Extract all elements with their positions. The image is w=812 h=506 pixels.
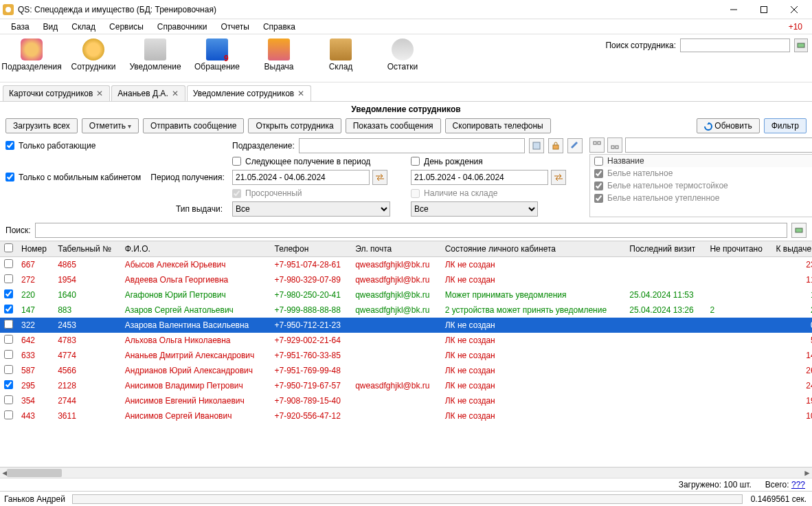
menu-directories[interactable]: Справочники (150, 21, 214, 33)
filter-button[interactable]: Фильтр (764, 118, 807, 133)
table-row[interactable]: 5874566Андрианов Юрий Александрович+7-95… (0, 363, 812, 378)
copy-phones-button[interactable]: Скопировать телефоны (445, 118, 551, 133)
column-header[interactable]: Табельный № (54, 241, 121, 257)
horizontal-scrollbar[interactable]: ◄ ► (0, 467, 812, 478)
category-item[interactable]: Белье нательное (590, 167, 812, 179)
only-mobile-checkbox[interactable]: Только с мобильным кабинетомПериод получ… (5, 173, 225, 182)
filters-panel: Только работающие Подразделение: Названи… (0, 135, 812, 220)
mark-button[interactable]: Отметить (82, 118, 139, 133)
menu-view[interactable]: Вид (36, 21, 65, 33)
close-icon[interactable]: ✕ (95, 89, 104, 98)
close-icon[interactable]: ✕ (171, 89, 179, 98)
load-all-button[interactable]: Загрузить всех (5, 118, 78, 133)
tab-notifications[interactable]: Уведомление сотрудников ✕ (187, 85, 312, 101)
table-row[interactable]: 147883Азаров Сергей Анатольевич+7-999-88… (0, 302, 812, 318)
pencil-icon (571, 142, 579, 150)
division-edit-button[interactable] (567, 138, 583, 153)
column-header[interactable]: Последний визит (625, 241, 706, 257)
table-row[interactable]: 2721954Авдеева Ольга Георгиевна+7-980-32… (0, 272, 812, 287)
row-checkbox[interactable] (4, 259, 13, 268)
only-working-checkbox[interactable]: Только работающие (5, 141, 225, 151)
toolbar-divisions[interactable]: Подразделения (4, 37, 59, 73)
table-row[interactable]: 6674865Абысов Алексей Юрьевич+7-951-074-… (0, 257, 812, 272)
table-row[interactable]: 3542744Анисимов Евгений Николаевич+7-908… (0, 393, 812, 408)
maximize-button[interactable] (749, 1, 779, 18)
column-header[interactable]: Эл. почта (351, 241, 441, 257)
show-messages-button[interactable]: Показать сообщения (346, 118, 441, 133)
row-checkbox[interactable] (4, 350, 13, 359)
toolbar-appeal[interactable]: 9 Обращение (190, 37, 245, 73)
row-checkbox[interactable] (4, 335, 13, 344)
table-row[interactable]: 4433611Анисимов Сергей Иванович+7-920-55… (0, 408, 812, 424)
menu-help[interactable]: Справка (256, 21, 302, 33)
birthday-checkbox[interactable]: День рождения (411, 157, 583, 166)
open-employee-button[interactable]: Открыть сотрудника (248, 118, 341, 133)
svg-rect-10 (598, 142, 600, 144)
column-header[interactable]: Состояние личного кабинета (441, 241, 626, 257)
category-search-input[interactable] (625, 138, 812, 153)
col-collapse-button[interactable] (607, 138, 622, 153)
toolbar-warehouse[interactable]: Склад (313, 37, 368, 73)
date1-sync-button[interactable] (372, 170, 387, 185)
row-checkbox[interactable] (4, 274, 13, 283)
menu-base[interactable]: База (4, 21, 36, 33)
menu-warehouse[interactable]: Склад (65, 21, 102, 33)
in-stock-checkbox[interactable]: Наличие на складе (411, 188, 583, 198)
row-checkbox[interactable] (4, 410, 13, 419)
column-header[interactable]: Ф.И.О. (121, 241, 271, 257)
table-row[interactable]: 6424783Альхова Ольга Николаевна+7-929-00… (0, 333, 812, 348)
toolbar-issue[interactable]: Выдача (251, 37, 306, 73)
search-employee-go-button[interactable] (794, 38, 808, 52)
division-lock-button[interactable] (548, 138, 563, 153)
grid-search-icon-button[interactable] (791, 223, 807, 238)
scroll-right-arrow[interactable]: ► (802, 468, 812, 478)
svg-rect-7 (533, 142, 540, 149)
period-date-2[interactable] (411, 170, 548, 185)
toolbar-balances[interactable]: Остатки (375, 37, 430, 73)
issue-type-select-2[interactable]: Все (411, 201, 538, 217)
row-checkbox[interactable] (4, 380, 13, 389)
column-header[interactable]: Телефон (271, 241, 352, 257)
next-receipt-checkbox[interactable]: Следующее получение в период (232, 157, 404, 166)
category-list[interactable]: Название Белье нательное Белье нательное… (589, 154, 812, 217)
issue-type-select-1[interactable]: Все (232, 201, 390, 217)
category-item[interactable]: Белье нательное термостойкое (590, 179, 812, 192)
row-checkbox[interactable] (4, 320, 13, 329)
send-message-button[interactable]: Отправить сообщение (143, 118, 245, 133)
column-header[interactable]: Не прочитано (706, 241, 771, 257)
toolbar-notification[interactable]: Уведомление (128, 37, 183, 73)
table-row[interactable]: 2201640Агафонов Юрий Петрович+7-980-250-… (0, 287, 812, 302)
row-checkbox[interactable] (4, 289, 13, 298)
division-pick-button[interactable] (529, 138, 544, 153)
toolbar-employees[interactable]: Сотрудники (66, 37, 121, 73)
refresh-button[interactable]: Обновить (697, 118, 759, 133)
division-input[interactable] (299, 138, 525, 153)
row-checkbox[interactable] (4, 365, 13, 374)
close-icon[interactable]: ✕ (297, 89, 305, 98)
search-employee-input[interactable] (680, 38, 790, 52)
row-checkbox[interactable] (4, 395, 13, 404)
grid-search-input[interactable] (35, 223, 787, 238)
total-link[interactable]: ??? (791, 480, 805, 490)
column-header[interactable]: Номер (17, 241, 54, 257)
period-date-1[interactable] (232, 170, 370, 185)
overdue-checkbox[interactable]: Просроченный (232, 188, 404, 198)
column-header[interactable]: К выдаче (772, 241, 813, 257)
table-row[interactable]: 3222453Азарова Валентина Васильевна+7-95… (0, 318, 812, 333)
col-expand-button[interactable] (589, 138, 605, 153)
table-row[interactable]: 6334774Ананьев Дмитрий Александрович+7-9… (0, 348, 812, 363)
date2-sync-button[interactable] (551, 170, 566, 185)
table-row[interactable]: 2952128Анисимов Владимир Петрович+7-950-… (0, 378, 812, 393)
row-checkbox[interactable] (4, 305, 13, 314)
status-user: Ганьков Андрей (0, 494, 69, 504)
menu-reports[interactable]: Отчеты (214, 21, 256, 33)
tab-employee-cards[interactable]: Карточки сотрудников ✕ (3, 85, 110, 101)
category-item[interactable]: Белье нательное утепленное (590, 192, 812, 204)
close-button[interactable] (779, 1, 809, 18)
minimize-button[interactable] (719, 1, 749, 18)
select-all-checkbox[interactable] (4, 243, 13, 252)
tab-ananiev[interactable]: Ананьев Д.А. ✕ (111, 85, 185, 101)
scroll-thumb[interactable] (7, 469, 62, 477)
menu-services[interactable]: Сервисы (102, 21, 150, 33)
employee-table-wrap[interactable]: НомерТабельный №Ф.И.О.ТелефонЭл. почтаСо… (0, 241, 812, 467)
